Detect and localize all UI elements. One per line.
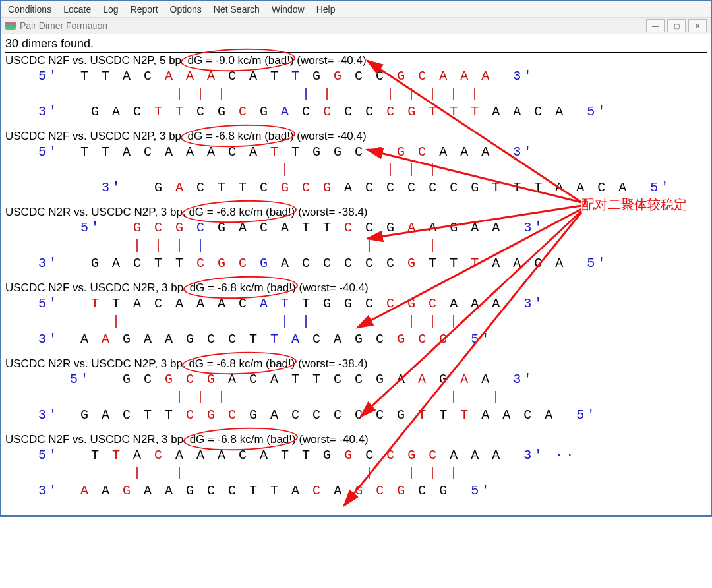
seq-segment: C xyxy=(186,220,207,235)
seq-segment: T G G C xyxy=(281,144,376,160)
seq-segment: C C xyxy=(344,69,397,84)
seq-segment: G xyxy=(344,448,355,463)
seq-segment: | | | | | | xyxy=(312,86,481,102)
seq-segment: G xyxy=(429,372,460,387)
dimer-header-pre: USCDC N2F vs. USCDC N2P, 5 bp, xyxy=(5,54,187,67)
seq-segment: G C G xyxy=(165,372,218,387)
minimize-button[interactable]: — xyxy=(646,19,665,32)
seq-segment: A xyxy=(80,332,102,347)
seq-segment: 3' xyxy=(492,372,534,387)
seq-lead-5prime: 5' xyxy=(38,372,123,387)
seq-lead-3prime: 3' xyxy=(38,256,91,271)
app-icon xyxy=(5,22,16,30)
seq-segment: C A T xyxy=(218,69,281,84)
seq-segment: G A C T T xyxy=(80,407,186,423)
seq-segment: G C G xyxy=(281,180,334,195)
seq-segment: A A G C C T T A xyxy=(133,483,312,498)
seq-segment: T xyxy=(91,296,102,311)
menu-help[interactable]: Help xyxy=(316,4,336,15)
seq-segment: 5' xyxy=(450,483,492,498)
menu-locate[interactable]: Locate xyxy=(63,4,91,15)
seq-segment: G C xyxy=(123,372,165,387)
dimer-header-pre: USCDC N2F vs. USCDC N2P, 3 bp, xyxy=(5,130,187,142)
seq-segment: | xyxy=(186,238,207,253)
seq-segment: | | | xyxy=(80,238,186,253)
dimer-dg-value: dG = -6.8 kc/m xyxy=(190,281,264,294)
seq-segment: A A A xyxy=(429,144,492,160)
seq-segment: A xyxy=(123,448,154,463)
seq-segment: A xyxy=(323,483,355,498)
seq-segment: 5' xyxy=(555,407,597,423)
seq-segment: T T xyxy=(418,256,471,271)
seq-segment: A xyxy=(418,372,429,387)
seq-segment: 3' xyxy=(492,69,534,84)
seq-lead-5prime: 5' xyxy=(38,448,91,463)
seq-segment: | xyxy=(302,86,312,102)
dimer-header-pre: USCDC N2R vs. USCDC N2P, 3 bp, xyxy=(5,357,189,370)
seq-lead-5prime: 5' xyxy=(38,144,80,160)
seq-segment: | | | xyxy=(312,314,460,329)
seq-segment: C xyxy=(228,104,249,119)
title-bar: Pair Dimer Formation — ▢ ✕ xyxy=(1,18,711,34)
dimer-header-pre: USCDC N2F vs. USCDC N2R, 3 bp, xyxy=(5,433,190,446)
seq-segment: A xyxy=(270,104,291,119)
seq-segment: C xyxy=(355,448,386,463)
seq-bottom: 3' A A G A A G C C T T A C A G C G C G 5… xyxy=(5,482,707,500)
seq-segment: C G xyxy=(355,220,407,235)
seq-segment: T T A C A A A C A xyxy=(80,144,270,160)
menu-log[interactable]: Log xyxy=(103,4,118,15)
seq-segment: C xyxy=(312,104,334,119)
seq-segment: A C A T T C C G A xyxy=(218,372,418,387)
dimer-block: USCDC N2R vs. USCDC N2P, 3 bp, dG = -6.8… xyxy=(5,357,707,424)
seq-segment: 5' xyxy=(450,332,492,347)
dimer-header: USCDC N2F vs. USCDC N2P, 3 bp, dG = -6.8… xyxy=(5,130,707,143)
seq-segment: 5' xyxy=(566,104,608,119)
seq-segment: G xyxy=(323,69,344,84)
maximize-button[interactable]: ▢ xyxy=(667,19,686,32)
seq-lead-5prime: 5' xyxy=(38,69,80,84)
seq-segment: C G C xyxy=(376,144,429,160)
dimer-header: USCDC N2R vs. USCDC N2P, 3 bp, dG = -6.8… xyxy=(5,357,707,370)
seq-segment: T xyxy=(460,407,471,423)
seq-segment: A A A xyxy=(439,448,502,463)
seq-segment: C C xyxy=(334,104,386,119)
seq-segment: C G xyxy=(407,483,450,498)
dimer-block: USCDC N2F vs. USCDC N2R, 3 bp, dG = -6.8… xyxy=(5,433,707,500)
seq-segment: G xyxy=(302,69,323,84)
seq-segment: A C C C C C xyxy=(270,256,407,271)
seq-segment: A xyxy=(102,332,112,347)
seq-segment: A xyxy=(80,483,91,498)
seq-segment: C T T C xyxy=(186,180,281,195)
seq-segment: G C G xyxy=(355,483,407,498)
menu-report[interactable]: Report xyxy=(131,4,158,15)
seq-segment: A xyxy=(91,483,123,498)
seq-segment: 3' xyxy=(502,296,545,311)
seq-bottom: 3' A A G A A G C C T T A C A G C G C G 5… xyxy=(5,330,707,348)
seq-top: 5' T T A C A A A C A T T G G C C G C A A… xyxy=(5,67,707,85)
seq-lead-3prime: 3' xyxy=(38,104,91,119)
seq-segment: G C A A A xyxy=(397,69,492,84)
dimer-dg-value: dG = -6.8 kc/m xyxy=(189,357,262,370)
seq-segment: C xyxy=(312,483,323,498)
seq-segment: | | xyxy=(281,314,312,329)
seq-segment: A A C A xyxy=(481,256,566,271)
seq-segment: A T xyxy=(260,296,291,311)
seq-lead-5prime: 5' xyxy=(38,220,133,235)
seq-segment: T xyxy=(471,256,481,271)
dimer-dg-value: dG = -6.8 kc/m xyxy=(190,433,264,446)
dimer-block: USCDC N2F vs. USCDC N2P, 5 bp, dG = -9.0… xyxy=(5,54,707,121)
content-area: 30 dimers found. USCDC N2F vs. USCDC N2P… xyxy=(1,34,711,515)
close-button[interactable]: ✕ xyxy=(688,19,707,32)
dimer-header-post: (bad!) (worst= -40.4) xyxy=(264,433,369,446)
menu-net-search[interactable]: Net Search xyxy=(214,4,260,15)
menu-conditions[interactable]: Conditions xyxy=(8,4,51,15)
dimer-dg-value: dG = -6.8 kc/m xyxy=(187,130,261,142)
seq-segment: G xyxy=(249,256,270,271)
seq-segment: 5' xyxy=(629,180,671,195)
menu-window[interactable]: Window xyxy=(272,4,305,15)
dimer-header-post: (bad!) (worst= -40.4) xyxy=(261,54,366,67)
seq-segment: G A C C C C C G xyxy=(239,407,418,423)
dimer-header-post: (bad!) (worst= -38.4) xyxy=(262,357,367,370)
menu-options[interactable]: Options xyxy=(170,4,202,15)
seq-segment: T xyxy=(270,144,281,160)
